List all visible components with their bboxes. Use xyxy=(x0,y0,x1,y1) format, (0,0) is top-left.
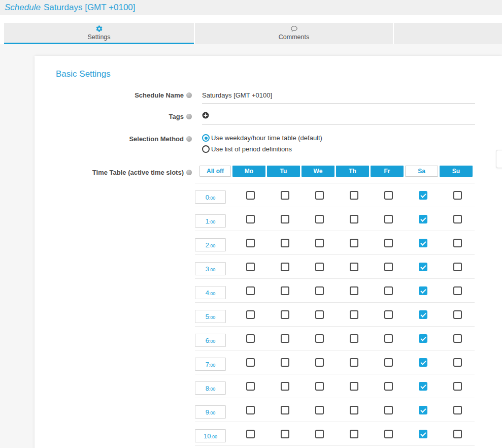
timeslot-checkbox-fr-9[interactable] xyxy=(384,406,393,414)
hour-button-10[interactable]: 10:00 xyxy=(195,429,226,442)
timeslot-checkbox-we-6[interactable] xyxy=(315,334,324,343)
add-tag-button[interactable] xyxy=(202,112,209,119)
timeslot-checkbox-mo-1[interactable] xyxy=(246,215,255,223)
collapsed-side-button[interactable] xyxy=(496,150,502,168)
timeslot-checkbox-sa-2[interactable] xyxy=(419,239,427,247)
timeslot-checkbox-mo-10[interactable] xyxy=(246,430,255,438)
timeslot-checkbox-sa-3[interactable] xyxy=(419,263,427,271)
day-header-tu[interactable]: Tu xyxy=(267,166,300,177)
timeslot-checkbox-fr-5[interactable] xyxy=(384,310,393,319)
radio-option-timetable[interactable]: Use weekday/hour time table (default) xyxy=(202,134,475,142)
timeslot-checkbox-mo-9[interactable] xyxy=(246,406,255,414)
radio-option-periods[interactable]: Use list of period definitions xyxy=(202,145,475,153)
timeslot-checkbox-su-10[interactable] xyxy=(453,430,462,438)
timeslot-checkbox-fr-8[interactable] xyxy=(384,382,393,391)
timeslot-checkbox-su-6[interactable] xyxy=(453,334,462,343)
timeslot-checkbox-mo-0[interactable] xyxy=(246,191,255,200)
day-header-th[interactable]: Th xyxy=(336,166,369,177)
day-header-mo[interactable]: Mo xyxy=(232,166,265,177)
hour-button-6[interactable]: 6:00 xyxy=(195,334,226,347)
timeslot-checkbox-sa-0[interactable] xyxy=(419,191,427,200)
info-icon[interactable] xyxy=(186,92,192,98)
timeslot-checkbox-we-8[interactable] xyxy=(315,382,324,391)
timeslot-checkbox-tu-6[interactable] xyxy=(281,334,289,343)
day-header-sa[interactable]: Sa xyxy=(405,166,438,177)
timeslot-checkbox-fr-7[interactable] xyxy=(384,358,393,367)
hour-button-7[interactable]: 7:00 xyxy=(195,358,226,371)
timeslot-checkbox-tu-7[interactable] xyxy=(281,358,289,367)
info-icon[interactable] xyxy=(186,136,192,142)
timeslot-checkbox-th-2[interactable] xyxy=(350,239,358,247)
timeslot-checkbox-fr-0[interactable] xyxy=(384,191,393,200)
timeslot-checkbox-sa-4[interactable] xyxy=(419,286,427,295)
timeslot-checkbox-su-7[interactable] xyxy=(453,358,462,367)
timeslot-checkbox-sa-5[interactable] xyxy=(419,310,427,319)
timeslot-checkbox-tu-1[interactable] xyxy=(281,215,289,223)
timeslot-checkbox-th-8[interactable] xyxy=(350,382,358,391)
timeslot-checkbox-sa-8[interactable] xyxy=(419,382,427,391)
hour-button-2[interactable]: 2:00 xyxy=(195,238,226,251)
timeslot-checkbox-mo-4[interactable] xyxy=(246,286,255,295)
timeslot-checkbox-th-4[interactable] xyxy=(350,286,358,295)
timeslot-checkbox-su-5[interactable] xyxy=(453,310,462,319)
timeslot-checkbox-su-9[interactable] xyxy=(453,406,462,414)
timeslot-checkbox-we-1[interactable] xyxy=(315,215,324,223)
timeslot-checkbox-tu-8[interactable] xyxy=(281,382,289,391)
tab-comments[interactable]: Comments xyxy=(195,23,393,44)
timeslot-checkbox-tu-9[interactable] xyxy=(281,406,289,414)
timeslot-checkbox-sa-6[interactable] xyxy=(419,334,427,343)
timeslot-checkbox-th-5[interactable] xyxy=(350,310,358,319)
hour-button-4[interactable]: 4:00 xyxy=(195,286,226,299)
all-off-button[interactable]: All off xyxy=(199,166,231,177)
timeslot-checkbox-we-5[interactable] xyxy=(315,310,324,319)
timeslot-checkbox-we-0[interactable] xyxy=(315,191,324,200)
tab-history[interactable]: History xyxy=(394,23,502,44)
timeslot-checkbox-su-1[interactable] xyxy=(453,215,462,223)
hour-button-5[interactable]: 5:00 xyxy=(195,310,226,323)
timeslot-checkbox-th-1[interactable] xyxy=(350,215,358,223)
timeslot-checkbox-mo-7[interactable] xyxy=(246,358,255,367)
hour-button-8[interactable]: 8:00 xyxy=(195,381,226,395)
timeslot-checkbox-su-0[interactable] xyxy=(453,191,462,200)
timeslot-checkbox-fr-1[interactable] xyxy=(384,215,393,223)
timeslot-checkbox-tu-3[interactable] xyxy=(281,263,289,271)
hour-button-9[interactable]: 9:00 xyxy=(195,405,226,419)
timeslot-checkbox-fr-2[interactable] xyxy=(384,239,393,247)
timeslot-checkbox-tu-2[interactable] xyxy=(281,239,289,247)
info-icon[interactable] xyxy=(186,170,192,175)
timeslot-checkbox-mo-6[interactable] xyxy=(246,334,255,343)
timeslot-checkbox-tu-5[interactable] xyxy=(281,310,289,319)
timeslot-checkbox-sa-1[interactable] xyxy=(419,215,427,223)
timeslot-checkbox-th-7[interactable] xyxy=(350,358,358,367)
timeslot-checkbox-sa-9[interactable] xyxy=(419,406,427,414)
timeslot-checkbox-sa-10[interactable] xyxy=(419,430,427,438)
timeslot-checkbox-sa-7[interactable] xyxy=(419,358,427,367)
timeslot-checkbox-th-10[interactable] xyxy=(350,430,358,438)
hour-button-1[interactable]: 1:00 xyxy=(195,214,226,228)
tags-input-area[interactable] xyxy=(202,112,475,125)
timeslot-checkbox-mo-8[interactable] xyxy=(246,382,255,391)
day-header-we[interactable]: We xyxy=(302,166,334,177)
timeslot-checkbox-fr-6[interactable] xyxy=(384,334,393,343)
timeslot-checkbox-su-3[interactable] xyxy=(453,263,462,271)
timeslot-checkbox-su-2[interactable] xyxy=(453,239,462,247)
timeslot-checkbox-we-4[interactable] xyxy=(315,286,324,295)
timeslot-checkbox-fr-3[interactable] xyxy=(384,263,393,271)
timeslot-checkbox-tu-0[interactable] xyxy=(281,191,289,200)
info-icon[interactable] xyxy=(186,114,192,119)
hour-button-3[interactable]: 3:00 xyxy=(195,262,226,275)
tab-settings[interactable]: Settings xyxy=(4,23,194,44)
timeslot-checkbox-su-4[interactable] xyxy=(453,286,462,295)
day-header-su[interactable]: Su xyxy=(440,166,473,177)
timeslot-checkbox-mo-2[interactable] xyxy=(246,239,255,247)
timeslot-checkbox-we-10[interactable] xyxy=(315,430,324,438)
timeslot-checkbox-tu-10[interactable] xyxy=(281,430,289,438)
timeslot-checkbox-tu-4[interactable] xyxy=(281,286,289,295)
timeslot-checkbox-th-6[interactable] xyxy=(350,334,358,343)
timeslot-checkbox-we-3[interactable] xyxy=(315,263,324,271)
timeslot-checkbox-fr-4[interactable] xyxy=(384,286,393,295)
timeslot-checkbox-mo-3[interactable] xyxy=(246,263,255,271)
day-header-fr[interactable]: Fr xyxy=(371,166,404,177)
hour-button-0[interactable]: 0:00 xyxy=(195,190,226,204)
timeslot-checkbox-we-2[interactable] xyxy=(315,239,324,247)
